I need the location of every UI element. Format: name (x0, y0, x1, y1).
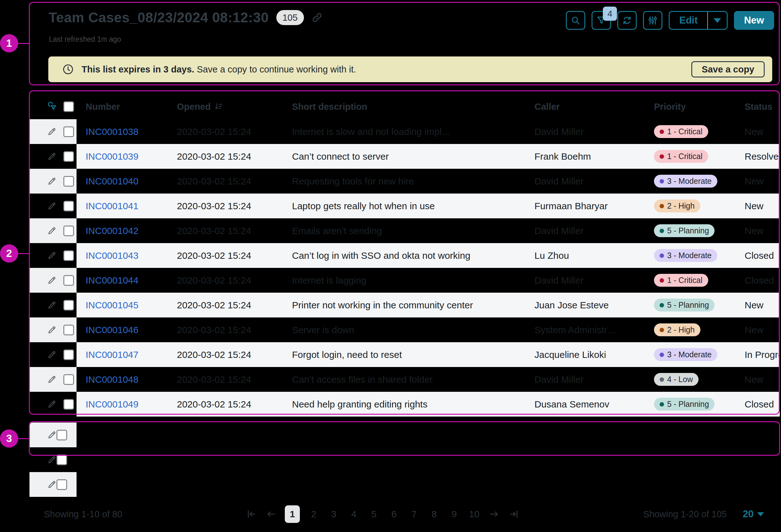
priority-badge: 4 - Low (654, 373, 699, 386)
refresh-button[interactable] (617, 11, 637, 30)
column-header-priority[interactable]: Priority (654, 94, 686, 119)
page-button-4[interactable]: 4 (347, 505, 360, 523)
record-number-link[interactable]: INC0001046 (86, 318, 138, 342)
caller-cell: David Miller (534, 119, 584, 144)
search-button[interactable] (566, 11, 585, 30)
priority-badge: 5 - Planning (654, 299, 714, 312)
pager: 12345678910 (245, 504, 521, 524)
page-button-2[interactable]: 2 (307, 505, 320, 523)
table-row: INC0001041 2020-03-02 15:24 Laptop gets … (29, 194, 780, 218)
edit-row-icon[interactable] (47, 455, 56, 464)
copy-link-icon[interactable] (312, 12, 323, 23)
callout-badge-2: 2 (0, 244, 18, 262)
column-header-opened[interactable]: Opened (177, 94, 223, 119)
last-refreshed-text: Last refreshed 1m ago (49, 35, 121, 44)
page-button-1[interactable]: 1 (285, 505, 300, 523)
record-number-link[interactable]: INC0001040 (86, 169, 138, 194)
callout-connector (17, 253, 30, 254)
table-row: INC0001038 2020-03-02 15:24 Internet is … (29, 119, 780, 144)
short-description-cell: Laptop gets really hot when in use (292, 194, 435, 218)
opened-cell: 2020-03-02 15:24 (177, 318, 251, 342)
row-stub-pin-cell (30, 422, 77, 447)
page-button-10[interactable]: 10 (468, 505, 481, 523)
caller-cell: David Miller (534, 367, 584, 392)
caller-cell: Lu Zhou (534, 243, 569, 268)
annotation-region-row (29, 421, 780, 456)
column-header-status[interactable]: Status (745, 94, 773, 119)
priority-dot-icon (660, 278, 664, 283)
table-row: INC0001048 2020-03-02 15:24 Can’t access… (29, 367, 780, 392)
opened-cell: 2020-03-02 15:24 (177, 268, 251, 293)
column-header-short-description[interactable]: Short description (292, 94, 367, 119)
record-number-link[interactable]: INC0001041 (86, 194, 138, 218)
record-number-link[interactable]: INC0001049 (86, 392, 138, 417)
search-icon (570, 15, 581, 26)
record-count-badge: 105 (276, 10, 304, 25)
page-button-5[interactable]: 5 (368, 505, 380, 523)
row-checkbox[interactable] (56, 479, 67, 490)
page-button-8[interactable]: 8 (428, 505, 440, 523)
record-number-link[interactable]: INC0001042 (86, 218, 138, 243)
edit-button[interactable]: Edit (670, 12, 707, 29)
record-number-link[interactable]: INC0001043 (86, 243, 138, 268)
select-all-checkbox[interactable] (64, 101, 74, 112)
priority-badge: 3 - Moderate (654, 175, 717, 188)
page-title: Team Cases_08/23/2024 08:12:30 (49, 10, 269, 26)
status-cell: Resolved (745, 144, 780, 169)
page-button-6[interactable]: 6 (388, 505, 400, 523)
next-page-button[interactable] (488, 505, 501, 523)
caller-cell: David Miller (534, 169, 584, 194)
last-page-button[interactable] (508, 505, 521, 523)
page-button-3[interactable]: 3 (327, 505, 340, 523)
edit-row-icon[interactable] (47, 431, 56, 440)
clock-icon (62, 64, 74, 75)
priority-badge: 3 - Moderate (654, 249, 717, 262)
page-button-9[interactable]: 9 (448, 505, 460, 523)
record-number-link[interactable]: INC0001045 (86, 293, 138, 318)
record-number-link[interactable]: INC0001038 (86, 119, 138, 144)
status-cell: New (745, 194, 764, 218)
new-button[interactable]: New (734, 11, 774, 30)
short-description-cell: Need help granting editing rights (292, 392, 427, 417)
personalize-list-icon[interactable] (46, 101, 58, 113)
status-cell: New (745, 293, 764, 318)
column-header-caller[interactable]: Caller (534, 94, 560, 119)
short-description-cell: Can’t log in with SSO and okta not worki… (292, 243, 470, 268)
short-description-cell: Internet is slow and not loading impl… (292, 119, 451, 144)
row-checkbox[interactable] (56, 454, 67, 465)
caller-cell: System Administr… (534, 318, 617, 342)
record-number-link[interactable]: INC0001047 (86, 342, 138, 367)
callout-connector (17, 438, 30, 439)
table-row: INC0001042 2020-03-02 15:24 Emails aren’… (29, 218, 780, 243)
page-size-dropdown[interactable]: 20 (743, 504, 764, 524)
page-button-7[interactable]: 7 (408, 505, 420, 523)
priority-dot-icon (660, 204, 664, 208)
priority-dot-icon (660, 229, 664, 233)
record-number-link[interactable]: INC0001048 (86, 367, 138, 392)
status-cell: In Progress (745, 342, 780, 367)
record-number-link[interactable]: INC0001039 (86, 144, 138, 169)
caller-cell: Frank Boehm (534, 144, 591, 169)
save-a-copy-button[interactable]: Save a copy (691, 61, 765, 78)
first-page-button[interactable] (245, 505, 257, 523)
caller-cell: David Miller (534, 268, 584, 293)
left-range-summary: Showing 1-10 of 80 (44, 504, 122, 524)
edit-row-icon[interactable] (47, 480, 56, 489)
opened-cell: 2020-03-02 15:24 (177, 169, 251, 194)
record-number-link[interactable]: INC0001044 (86, 268, 138, 293)
opened-cell: 2020-03-02 15:24 (177, 367, 251, 392)
row-checkbox[interactable] (56, 430, 67, 440)
previous-page-button[interactable] (265, 505, 277, 523)
caller-cell: Furmaan Bharyar (534, 194, 608, 218)
expiry-banner: This list expires in 3 days. Save a copy… (48, 56, 772, 82)
edit-menu-button[interactable] (707, 12, 727, 29)
priority-badge: 1 - Critical (654, 150, 708, 163)
short-description-cell: Forgot login, need to reset (292, 342, 402, 367)
status-cell: New (745, 119, 764, 144)
caller-cell: David Miller (534, 218, 584, 243)
table-header: Number Opened Short description Caller P… (29, 94, 780, 119)
column-header-number[interactable]: Number (86, 94, 120, 119)
chevron-down-icon (757, 512, 764, 516)
list-settings-button[interactable] (643, 11, 662, 30)
table-row: INC0001046 2020-03-02 15:24 Server is do… (29, 318, 780, 342)
